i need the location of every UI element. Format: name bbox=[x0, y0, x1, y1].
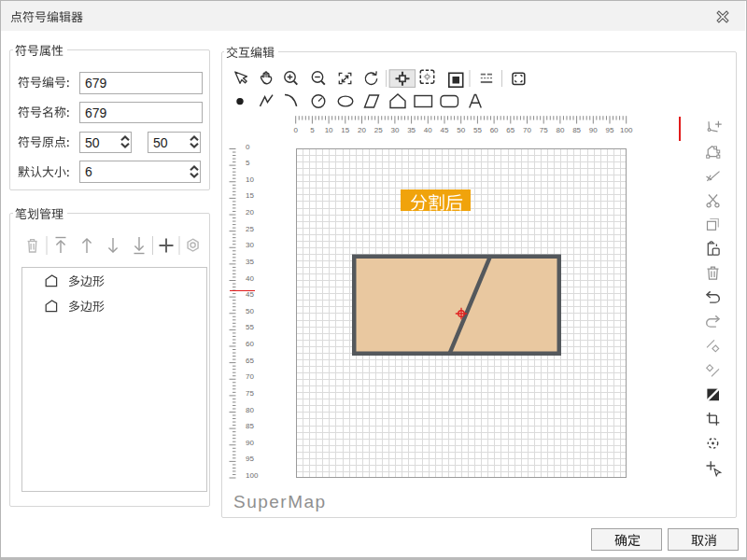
svg-text:75: 75 bbox=[246, 389, 254, 398]
svg-text:35: 35 bbox=[407, 126, 416, 134]
svg-text:100: 100 bbox=[246, 471, 259, 480]
svg-text:95: 95 bbox=[246, 455, 254, 463]
svg-text:40: 40 bbox=[424, 126, 432, 134]
svg-text:10: 10 bbox=[246, 175, 254, 184]
svg-text:0: 0 bbox=[246, 143, 250, 151]
svg-text:0: 0 bbox=[293, 126, 298, 134]
svg-text:25: 25 bbox=[246, 225, 254, 233]
svg-text:5: 5 bbox=[310, 126, 315, 134]
svg-text:70: 70 bbox=[246, 372, 254, 381]
svg-text:10: 10 bbox=[325, 126, 333, 134]
svg-text:90: 90 bbox=[589, 126, 598, 134]
svg-text:100: 100 bbox=[620, 126, 633, 134]
svg-text:20: 20 bbox=[246, 208, 254, 217]
svg-text:55: 55 bbox=[246, 323, 254, 331]
svg-text:5: 5 bbox=[246, 159, 250, 167]
svg-text:20: 20 bbox=[358, 126, 366, 134]
svg-text:50: 50 bbox=[246, 307, 254, 315]
svg-text:85: 85 bbox=[572, 126, 581, 134]
svg-text:25: 25 bbox=[374, 126, 383, 134]
svg-text:70: 70 bbox=[523, 126, 531, 134]
svg-text:35: 35 bbox=[246, 258, 254, 266]
svg-text:75: 75 bbox=[540, 126, 548, 134]
svg-text:65: 65 bbox=[246, 357, 254, 365]
svg-text:85: 85 bbox=[246, 422, 254, 430]
svg-text:95: 95 bbox=[606, 126, 614, 134]
svg-text:55: 55 bbox=[473, 126, 482, 134]
svg-text:65: 65 bbox=[506, 126, 514, 134]
svg-text:40: 40 bbox=[246, 274, 254, 283]
svg-text:45: 45 bbox=[246, 290, 254, 299]
svg-text:60: 60 bbox=[490, 126, 499, 134]
svg-text:80: 80 bbox=[556, 126, 564, 134]
svg-text:80: 80 bbox=[246, 406, 254, 414]
svg-text:90: 90 bbox=[246, 439, 254, 447]
svg-text:15: 15 bbox=[246, 191, 254, 200]
svg-text:50: 50 bbox=[457, 126, 465, 134]
svg-text:60: 60 bbox=[246, 340, 254, 348]
svg-text:30: 30 bbox=[390, 126, 399, 134]
svg-text:45: 45 bbox=[441, 126, 449, 134]
svg-text:30: 30 bbox=[246, 241, 254, 249]
svg-text:15: 15 bbox=[341, 126, 349, 134]
